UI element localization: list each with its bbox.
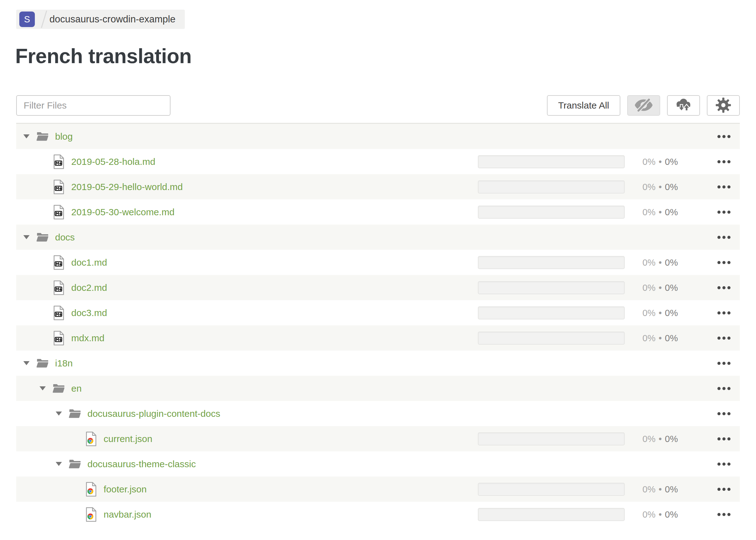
progress-bar — [478, 181, 625, 194]
progress-percent: 0%•0% — [643, 182, 678, 192]
row-name-link[interactable]: current.json — [103, 434, 152, 444]
collapse-caret[interactable] — [23, 134, 36, 138]
folder-icon — [36, 355, 49, 372]
row-context-menu-button[interactable] — [717, 208, 730, 216]
row-context-menu-button[interactable] — [717, 334, 730, 342]
row-context-menu-button[interactable] — [717, 460, 730, 468]
folder-row-docs[interactable]: docs — [16, 224, 740, 250]
row-context-menu-button[interactable] — [717, 158, 730, 166]
row-context-menu-button[interactable] — [717, 133, 730, 141]
collapse-caret[interactable] — [23, 361, 36, 365]
row-name-link[interactable]: doc2.md — [71, 282, 107, 293]
json-file-icon — [85, 481, 97, 498]
progress-percent: 0%•0% — [643, 157, 678, 167]
upload-download-button[interactable] — [667, 95, 700, 116]
approved-percent: 0% — [665, 484, 678, 494]
percent-separator: • — [659, 434, 662, 444]
folder-icon — [69, 405, 81, 422]
row-name-link[interactable]: 2019-05-29-hello-world.md — [71, 182, 183, 192]
file-row-2019-05-30-welcome.md[interactable]: 2019-05-30-welcome.md 0%•0% — [16, 200, 740, 224]
progress-percent: 0%•0% — [643, 509, 678, 519]
file-row-doc2.md[interactable]: doc2.md 0%•0% — [16, 275, 740, 300]
row-name-link[interactable]: footer.json — [103, 484, 147, 494]
translate-all-button[interactable]: Translate All — [547, 95, 620, 116]
row-name-link[interactable]: blog — [55, 131, 73, 142]
progress-bar — [478, 432, 625, 446]
row-context-menu-button[interactable] — [717, 183, 730, 191]
percent-separator: • — [659, 509, 662, 519]
row-context-menu-button[interactable] — [717, 510, 730, 518]
percent-separator: • — [659, 484, 662, 494]
folder-row-en[interactable]: en — [16, 376, 740, 401]
percent-separator: • — [659, 182, 662, 192]
row-context-menu-button[interactable] — [717, 309, 730, 317]
project-avatar[interactable]: S — [19, 12, 35, 27]
translated-percent: 0% — [643, 257, 656, 267]
row-name-link[interactable]: doc1.md — [71, 257, 107, 268]
row-context-menu-button[interactable] — [717, 410, 730, 418]
approved-percent: 0% — [665, 509, 678, 519]
row-context-menu-button[interactable] — [717, 233, 730, 241]
file-row-doc1.md[interactable]: doc1.md 0%•0% — [16, 250, 740, 275]
row-name-link[interactable]: i18n — [55, 358, 73, 369]
row-name-link[interactable]: 2019-05-30-welcome.md — [71, 207, 175, 217]
progress-percent: 0%•0% — [643, 308, 678, 318]
progress-percent: 0%•0% — [643, 207, 678, 217]
page-title: French translation — [15, 44, 192, 68]
percent-separator: • — [659, 257, 662, 267]
collapse-caret[interactable] — [56, 462, 69, 466]
row-name-link[interactable]: doc3.md — [71, 308, 107, 318]
row-context-menu-button[interactable] — [717, 258, 730, 267]
translated-percent: 0% — [643, 207, 656, 217]
markdown-file-icon — [53, 153, 65, 170]
row-context-menu-button[interactable] — [717, 284, 730, 292]
breadcrumb-divider — [41, 11, 47, 28]
collapse-caret[interactable] — [40, 386, 53, 390]
toolbar-buttons: Translate All — [547, 95, 740, 116]
file-row-navbar.json[interactable]: navbar.json 0%•0% — [16, 502, 740, 527]
file-row-footer.json[interactable]: footer.json 0%•0% — [16, 476, 740, 502]
json-file-icon — [85, 431, 97, 447]
folder-row-docusaurus-plugin-content-docs[interactable]: docusaurus-plugin-content-docs — [16, 401, 740, 426]
row-name-link[interactable]: docusaurus-theme-classic — [87, 459, 196, 470]
progress-percent: 0%•0% — [643, 484, 678, 494]
folder-row-blog[interactable]: blog — [16, 124, 740, 149]
markdown-file-icon — [53, 179, 65, 195]
file-row-doc3.md[interactable]: doc3.md 0%•0% — [16, 300, 740, 326]
translated-percent: 0% — [643, 333, 656, 343]
file-row-2019-05-29-hello-world.md[interactable]: 2019-05-29-hello-world.md 0%•0% — [16, 174, 740, 200]
folder-row-docusaurus-theme-classic[interactable]: docusaurus-theme-classic — [16, 451, 740, 476]
collapse-caret[interactable] — [56, 412, 69, 416]
markdown-file-icon — [53, 330, 65, 346]
row-name-link[interactable]: docs — [55, 232, 75, 243]
row-name-link[interactable]: mdx.md — [71, 333, 104, 343]
approved-percent: 0% — [665, 308, 678, 318]
toggle-hidden-files-button[interactable] — [627, 95, 660, 116]
breadcrumb: S docusaurus-crowdin-example — [16, 10, 185, 29]
project-files-page: S docusaurus-crowdin-example French tran… — [0, 0, 756, 540]
filter-files-input[interactable] — [16, 95, 171, 116]
file-row-current.json[interactable]: current.json 0%•0% — [16, 426, 740, 451]
translated-percent: 0% — [643, 434, 656, 444]
folder-row-i18n[interactable]: i18n — [16, 350, 740, 376]
row-context-menu-button[interactable] — [717, 485, 730, 493]
row-context-menu-button[interactable] — [717, 384, 730, 393]
row-context-menu-button[interactable] — [717, 359, 730, 367]
row-name-link[interactable]: en — [71, 383, 81, 394]
row-name-link[interactable]: navbar.json — [103, 509, 151, 520]
breadcrumb-project-name[interactable]: docusaurus-crowdin-example — [50, 14, 176, 25]
row-name-link[interactable]: docusaurus-plugin-content-docs — [87, 408, 220, 419]
progress-bar — [478, 155, 625, 168]
percent-separator: • — [659, 308, 662, 318]
percent-separator: • — [659, 207, 662, 217]
file-row-2019-05-28-hola.md[interactable]: 2019-05-28-hola.md 0%•0% — [16, 149, 740, 174]
markdown-file-icon — [53, 204, 65, 220]
translated-percent: 0% — [643, 282, 656, 292]
translated-percent: 0% — [643, 308, 656, 318]
eye-slash-icon — [634, 98, 654, 113]
row-name-link[interactable]: 2019-05-28-hola.md — [71, 157, 155, 167]
row-context-menu-button[interactable] — [717, 435, 730, 443]
collapse-caret[interactable] — [23, 235, 36, 239]
settings-button[interactable] — [707, 95, 740, 116]
file-row-mdx.md[interactable]: mdx.md 0%•0% — [16, 326, 740, 350]
